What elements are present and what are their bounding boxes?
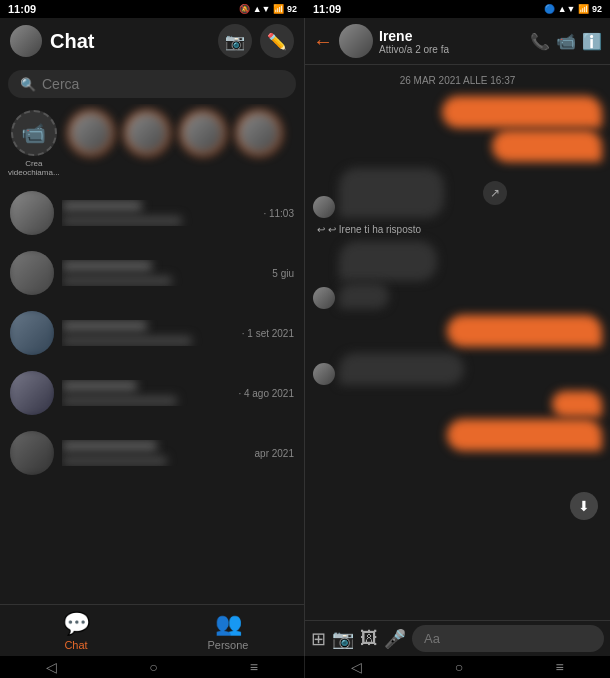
chat-preview [62,216,182,226]
contact-avatar [339,24,373,58]
chat-time: · 11:03 [263,208,294,219]
scroll-down-icon: ⬇ [578,498,590,514]
incoming-message [339,353,464,385]
incoming-message-group: ↗ [313,168,602,218]
share-icon: ↗ [490,186,500,200]
stories-row: 📹 Crea videochiama... [0,104,304,183]
sender-avatar [313,196,335,218]
info-button[interactable]: ℹ️ [582,32,602,51]
chat-item[interactable]: · 4 ago 2021 [0,363,304,423]
outgoing-message [442,96,602,128]
scroll-down-button[interactable]: ⬇ [570,492,598,520]
sys-menu-left[interactable]: ≡ [250,659,258,675]
sys-home-right[interactable]: ○ [455,659,463,675]
chat-nav-label: Chat [64,639,87,651]
grid-button[interactable]: ⊞ [311,628,326,650]
story-4[interactable] [234,110,284,177]
people-nav-label: Persone [208,639,249,651]
left-header: Chat 📷 ✏️ [0,18,304,64]
create-label: Crea videochiama... [8,159,60,177]
battery-left: 92 [287,4,297,14]
outgoing-message [552,391,602,417]
outgoing-message [447,315,602,347]
reply-icon: ↩ [317,224,325,235]
date-separator: 26 MAR 2021 ALLE 16:37 [313,69,602,90]
reply-label: ↩ ↩ Irene ti ha risposto [313,224,602,235]
chat-list: · 11:03 5 giu · [0,183,304,604]
camera-button[interactable]: 📷 [218,24,252,58]
status-time-right: 11:09 [313,3,341,15]
share-button[interactable]: ↗ [483,181,507,205]
gallery-button[interactable]: 🖼 [360,628,378,649]
create-icon: 📹 [11,110,57,156]
people-icon: 👥 [215,611,242,637]
story-3[interactable] [178,110,228,177]
back-button[interactable]: ← [313,30,333,53]
mic-button[interactable]: 🎤 [384,628,406,650]
edit-icon: ✏️ [267,32,287,51]
chat-name [62,200,142,212]
contact-info: Irene Attivo/a 2 ore fa [379,28,524,55]
bottom-nav: 💬 Chat 👥 Persone [0,604,304,656]
messages-area: 26 MAR 2021 ALLE 16:37 ↗ [305,65,610,620]
incoming-message [339,241,437,281]
outgoing-message [492,130,602,162]
contact-name: Irene [379,28,524,44]
search-bar[interactable]: 🔍 [8,70,296,98]
nav-chat[interactable]: 💬 Chat [0,611,152,650]
sender-avatar [313,363,335,385]
incoming-message [339,168,444,218]
video-button[interactable]: 📹 [556,32,576,51]
phone-button[interactable]: 📞 [530,32,550,51]
camera-input-button[interactable]: 📷 [332,628,354,650]
incoming-message-group [313,241,602,309]
incoming-message [339,283,389,309]
sys-menu-right[interactable]: ≡ [556,659,564,675]
user-avatar[interactable] [10,25,42,57]
battery-right: 92 [592,4,602,14]
chat-time: · 4 ago 2021 [238,388,294,399]
sys-back-left[interactable]: ◁ [46,659,57,675]
chat-nav-icon: 💬 [63,611,90,637]
chat-time: · 1 set 2021 [242,328,294,339]
chat-item[interactable]: · 11:03 [0,183,304,243]
input-toolbar: ⊞ 📷 🖼 🎤 😊 👍 [305,620,610,656]
status-time-left: 11:09 [8,3,36,15]
create-video-call[interactable]: 📹 Crea videochiama... [8,110,60,177]
chat-item[interactable]: · 1 set 2021 [0,303,304,363]
chat-item[interactable]: apr 2021 [0,423,304,483]
chat-time: 5 giu [272,268,294,279]
outgoing-message [447,419,602,451]
camera-icon: 📷 [225,32,245,51]
search-icon: 🔍 [20,77,36,92]
edit-button[interactable]: ✏️ [260,24,294,58]
incoming-message-group [313,353,602,385]
contact-status: Attivo/a 2 ore fa [379,44,524,55]
sender-avatar [313,287,335,309]
right-header: ← Irene Attivo/a 2 ore fa 📞 📹 ℹ️ [305,18,610,65]
nav-people[interactable]: 👥 Persone [152,611,304,650]
sys-back-right[interactable]: ◁ [351,659,362,675]
signal-icons-right: 🔵 ▲▼ 📶 [544,4,589,14]
search-input[interactable] [42,76,284,92]
signal-icons-left: 🔕 ▲▼ 📶 [239,4,284,14]
story-2[interactable] [122,110,172,177]
chat-time: apr 2021 [255,448,294,459]
page-title: Chat [50,30,94,53]
story-1[interactable] [66,110,116,177]
sys-home-left[interactable]: ○ [149,659,157,675]
message-input[interactable] [412,625,604,652]
chat-item[interactable]: 5 giu [0,243,304,303]
